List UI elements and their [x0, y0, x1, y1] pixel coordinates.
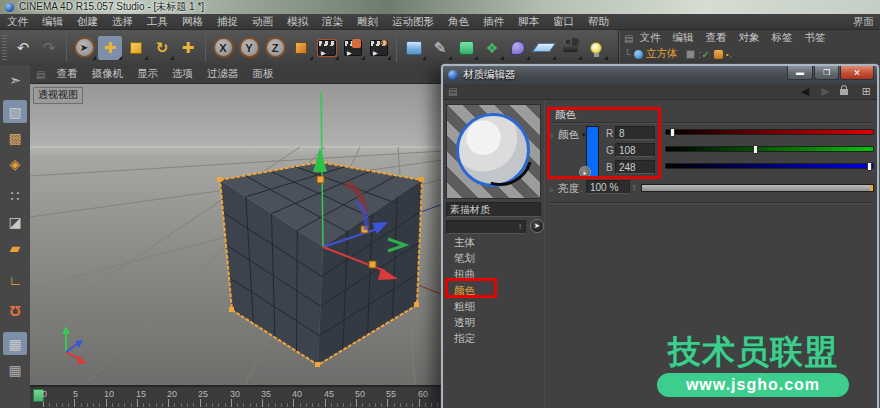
- lock-icon[interactable]: [840, 89, 848, 95]
- maximize-button[interactable]: ❒: [814, 66, 839, 80]
- om-menu-edit[interactable]: 编辑: [666, 31, 699, 45]
- vp-menu-panel[interactable]: 面板: [245, 67, 280, 81]
- r-slider[interactable]: [665, 129, 874, 135]
- spline-pen-icon[interactable]: ✎: [428, 36, 452, 60]
- render-settings-icon[interactable]: ⚙: [367, 36, 391, 60]
- move-tool-icon[interactable]: ✚: [98, 36, 122, 60]
- deformer-icon[interactable]: [506, 36, 530, 60]
- vp-menu-options[interactable]: 选项: [165, 67, 200, 81]
- snap-icon[interactable]: Ω: [3, 300, 27, 323]
- vp-menu-display[interactable]: 显示: [130, 67, 165, 81]
- brightness-spinner-icon[interactable]: ↕: [632, 183, 636, 192]
- dropdown-arrows-icon[interactable]: ↕: [518, 222, 522, 231]
- light-object-icon[interactable]: [584, 36, 608, 60]
- scale-tool-icon[interactable]: [124, 36, 148, 60]
- edges-mode-icon[interactable]: ◪: [3, 210, 27, 233]
- vp-menu-view[interactable]: 查看: [49, 67, 84, 81]
- preview-picker-button[interactable]: ➤: [530, 219, 544, 233]
- menu-sculpt[interactable]: 雕刻: [350, 15, 385, 29]
- polygons-mode-icon[interactable]: ▰: [3, 236, 27, 259]
- enable-axis-icon[interactable]: ∟: [3, 268, 27, 291]
- lock-y-axis-icon[interactable]: Y: [237, 36, 261, 60]
- coordinate-system-icon[interactable]: [289, 36, 313, 60]
- menu-create[interactable]: 创建: [70, 15, 105, 29]
- points-mode-icon[interactable]: ∷: [3, 184, 27, 207]
- material-editor-titlebar[interactable]: 材质编辑器 ▬ ❒ ✕: [443, 66, 877, 84]
- enable-check-icon[interactable]: ✓: [701, 49, 709, 60]
- close-button[interactable]: ✕: [840, 66, 874, 80]
- redo-icon[interactable]: ↷: [37, 36, 61, 60]
- window-titlebar[interactable]: CINEMA 4D R15.057 Studio - [未标题 1 *]: [0, 0, 880, 14]
- channel-strokes[interactable]: 笔划: [454, 252, 475, 266]
- channel-opacity[interactable]: 透明: [454, 316, 475, 330]
- object-row-cube[interactable]: └ 立方体 : ✓ •.: [620, 46, 880, 62]
- menu-file[interactable]: 文件: [0, 15, 35, 29]
- menu-script[interactable]: 脚本: [511, 15, 546, 29]
- vp-menu-filter[interactable]: 过滤器: [200, 67, 246, 81]
- r-slider-handle[interactable]: [670, 128, 675, 137]
- lock-x-axis-icon[interactable]: X: [211, 36, 235, 60]
- preview-type-dropdown[interactable]: [446, 220, 526, 234]
- b-slider-handle[interactable]: [867, 162, 872, 171]
- live-selection-icon[interactable]: ➤: [72, 36, 96, 60]
- render-view-icon[interactable]: [315, 36, 339, 60]
- menu-character[interactable]: 角色: [441, 15, 476, 29]
- lock-workplane-icon[interactable]: ▦: [3, 332, 27, 355]
- interface-selector[interactable]: 界面: [846, 15, 880, 29]
- brightness-slider[interactable]: [641, 184, 874, 192]
- panel-grip-icon[interactable]: ▤: [624, 33, 633, 44]
- floor-object-icon[interactable]: [532, 36, 556, 60]
- render-picture-viewer-icon[interactable]: [341, 36, 365, 60]
- workplane-mode-icon[interactable]: ◈: [3, 152, 27, 175]
- menu-tools[interactable]: 工具: [140, 15, 175, 29]
- view-label[interactable]: 透视视图: [33, 87, 83, 104]
- menu-select[interactable]: 选择: [105, 15, 140, 29]
- g-slider-handle[interactable]: [753, 145, 758, 154]
- lock-z-axis-icon[interactable]: Z: [263, 36, 287, 60]
- material-preview[interactable]: [446, 104, 541, 199]
- display-tag-icon[interactable]: [686, 50, 695, 59]
- menu-snap[interactable]: 捕捉: [210, 15, 245, 29]
- om-menu-bookmarks[interactable]: 书签: [798, 31, 831, 45]
- object-name[interactable]: 立方体: [646, 47, 686, 61]
- vp-menu-cameras[interactable]: 摄像机: [84, 67, 130, 81]
- brightness-value-field[interactable]: 100 %: [586, 180, 630, 194]
- model-mode-icon[interactable]: ▧: [3, 100, 27, 123]
- menu-simulate[interactable]: 模拟: [280, 15, 315, 29]
- history-back-icon[interactable]: ◀: [795, 85, 815, 98]
- last-tool-icon[interactable]: ✚: [176, 36, 200, 60]
- planar-workplane-icon[interactable]: ▦: [3, 358, 27, 381]
- toolbar-grip[interactable]: [2, 35, 7, 61]
- camera-object-icon[interactable]: [558, 36, 582, 60]
- texture-mode-icon[interactable]: ▩: [3, 126, 27, 149]
- make-editable-icon[interactable]: ➣: [3, 68, 27, 91]
- om-menu-object[interactable]: 对象: [732, 31, 765, 45]
- g-slider[interactable]: [665, 146, 874, 152]
- texture-tag-icon[interactable]: [714, 50, 723, 59]
- undo-icon[interactable]: ↶: [11, 36, 35, 60]
- menu-mograph[interactable]: 运动图形: [385, 15, 441, 29]
- menu-mesh[interactable]: 网格: [175, 15, 210, 29]
- history-forward-icon[interactable]: ▶: [815, 85, 835, 98]
- channel-assign[interactable]: 指定: [454, 332, 475, 346]
- channel-thickness[interactable]: 粗细: [454, 300, 475, 314]
- om-menu-tags[interactable]: 标签: [765, 31, 798, 45]
- menu-window[interactable]: 窗口: [546, 15, 581, 29]
- b-slider[interactable]: [665, 163, 874, 169]
- menu-edit[interactable]: 编辑: [35, 15, 70, 29]
- subdivision-surface-icon[interactable]: [454, 36, 478, 60]
- viewport-grip-icon[interactable]: ▤: [30, 69, 49, 80]
- add-cube-icon[interactable]: [402, 36, 426, 60]
- array-object-icon[interactable]: ❖: [480, 36, 504, 60]
- menu-help[interactable]: 帮助: [581, 15, 616, 29]
- menu-plugins[interactable]: 插件: [476, 15, 511, 29]
- perspective-viewport[interactable]: [30, 84, 443, 385]
- timeline-ruler[interactable]: 0 5 10 15 20 25 30 35 40 45 50 55 60: [30, 385, 443, 408]
- menu-render[interactable]: 渲染: [315, 15, 350, 29]
- menu-animate[interactable]: 动画: [245, 15, 280, 29]
- om-menu-view[interactable]: 查看: [699, 31, 732, 45]
- om-menu-file[interactable]: 文件: [633, 31, 666, 45]
- channel-main[interactable]: 主体: [454, 236, 475, 250]
- anim-dot-icon[interactable]: ○: [549, 186, 553, 193]
- dialog-grip-icon[interactable]: ▤: [443, 86, 457, 97]
